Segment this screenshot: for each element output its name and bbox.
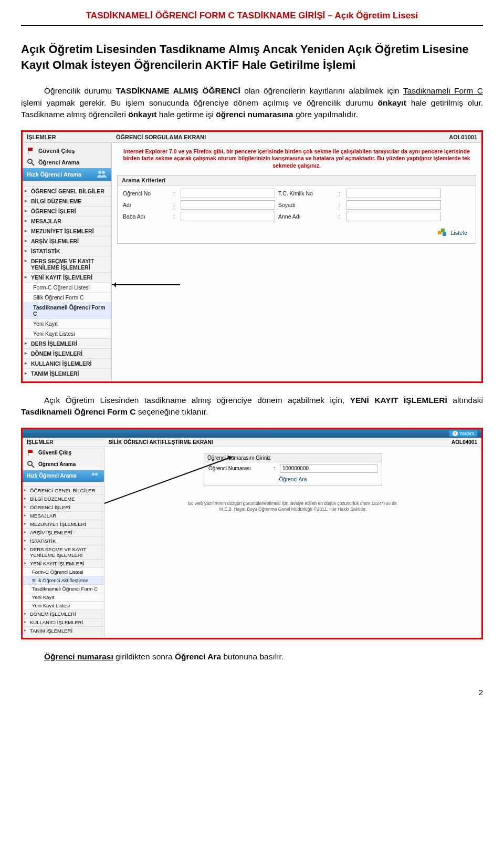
help-icon: ? xyxy=(453,431,458,436)
sidebar-item[interactable]: DERS SEÇME VE KAYIT YENİLEME İŞLEMLERİ xyxy=(23,545,104,559)
input-ogrenci-no[interactable] xyxy=(181,189,275,198)
sidebar-sub-tasdiknameli[interactable]: Tasdiknameli Öğrenci Form C xyxy=(23,302,111,318)
sidebar-item[interactable]: TANIM İŞLEMLERİ xyxy=(23,368,111,378)
search-link[interactable]: Öğrenci Arama xyxy=(23,459,104,470)
label-tc: T.C. Kimlik No xyxy=(278,190,336,197)
svg-point-4 xyxy=(98,171,101,174)
svg-point-16 xyxy=(95,472,98,475)
svg-point-2 xyxy=(28,159,32,163)
svg-rect-11 xyxy=(28,450,33,453)
svg-rect-6 xyxy=(438,231,442,234)
sidebar-item-yenikayt[interactable]: YENİ KAYIT İŞLEMLERİ xyxy=(23,272,111,282)
sidebar-item[interactable]: BİLGİ DÜZENLEME xyxy=(23,494,104,503)
text: olan öğrencilerin kayıtlarını alabilmek … xyxy=(240,86,403,95)
sidebar-item[interactable]: TANIM İŞLEMLERİ xyxy=(23,626,104,635)
sidebar-item[interactable]: MEZUNİYET İŞLEMLERİ xyxy=(23,226,111,236)
input-adi[interactable] xyxy=(181,200,275,210)
listele-label: Listele xyxy=(450,230,467,236)
input-soyadi[interactable] xyxy=(346,200,441,210)
sidebar-item[interactable]: KULLANICI İŞLEMLERİ xyxy=(23,358,111,368)
input-ogrenci-numarasi[interactable] xyxy=(280,464,377,473)
sidebar-item[interactable]: KULLANICI İŞLEMLERİ xyxy=(23,618,104,626)
sidebar-item[interactable]: ÖĞRENCİ İŞLERİ xyxy=(23,206,111,216)
titlebar: ? Yardım xyxy=(23,429,481,438)
text: altındaki xyxy=(447,396,483,405)
search-label: Öğrenci Arama xyxy=(38,159,79,166)
logout-link[interactable]: Güvenli Çıkış xyxy=(23,145,111,157)
text: girildikten sonra xyxy=(113,652,175,661)
text-bold: Tasdiknameli Öğrenci Form C xyxy=(21,407,136,416)
topbar-islemler: İŞLEMLER xyxy=(23,438,104,447)
label-ogrenci-numarasi: Öğrenci Numarası xyxy=(208,466,271,471)
sidebar: Güvenli Çıkış Öğrenci Arama Hızlı Öğrenc… xyxy=(23,143,112,381)
page-number: 2 xyxy=(21,672,483,697)
sidebar-item[interactable]: BİLGİ DÜZENLEME xyxy=(23,196,111,206)
svg-point-15 xyxy=(92,472,94,475)
text-bold: önkayıt xyxy=(378,98,406,107)
sidebar-item[interactable]: ARŞİV İŞLEMLERİ xyxy=(23,236,111,246)
input-anne[interactable] xyxy=(346,212,441,221)
sidebar-item[interactable]: İSTATİSTİK xyxy=(23,536,104,545)
sidebar-item[interactable]: DERS İŞLEMLERİ xyxy=(23,338,111,348)
svg-point-13 xyxy=(28,461,32,466)
sidebar-sub[interactable]: Yeni Kayıt xyxy=(23,593,104,601)
header-divider xyxy=(21,25,483,26)
sidebar-sub[interactable]: Silik Öğrenci Aktifleştirme xyxy=(23,576,104,584)
topbar-islemler: İŞLEMLER xyxy=(23,132,112,142)
help-button[interactable]: ? Yardım xyxy=(449,430,477,437)
logout-label: Güvenli Çıkış xyxy=(38,450,71,456)
sidebar-item[interactable]: ÖĞRENCİ GENEL BİLGİLER xyxy=(23,186,111,196)
sidebar-sub[interactable]: Silik Öğrenci Form C xyxy=(23,292,111,302)
sidebar-item[interactable]: DERS SEÇME VE KAYIT YENİLEME İŞLEMLERİ xyxy=(23,256,111,272)
svg-rect-8 xyxy=(443,232,446,236)
help-label: Yardım xyxy=(459,431,474,436)
svg-line-14 xyxy=(32,465,34,468)
listele-button[interactable]: Listele xyxy=(437,228,467,238)
topbar-code: AOL01001 xyxy=(445,132,481,142)
sidebar-sub[interactable]: Yeni Kayıt Listesi xyxy=(23,601,104,609)
label-baba: Baba Adı xyxy=(123,213,170,220)
sidebar-sub[interactable]: Form-C Öğrenci Listesi xyxy=(23,282,111,292)
search-link[interactable]: Öğrenci Arama xyxy=(23,157,111,168)
logout-label: Güvenli Çıkış xyxy=(38,148,75,154)
label-adi: Adı xyxy=(123,202,170,208)
paragraph-3: Öğrenci numarası girildikten sonra Öğren… xyxy=(21,651,483,663)
input-tc[interactable] xyxy=(346,189,441,198)
quick-search-label: Hızlı Öğrenci Arama xyxy=(27,473,77,479)
topbar-code: AOL04001 xyxy=(447,438,481,447)
quick-search-label: Hızlı Öğrenci Arama xyxy=(27,171,81,178)
logout-link[interactable]: Güvenli Çıkış xyxy=(23,447,104,459)
criteria-box: Arama Kriterleri Öğrenci No: T.C. Kimlik… xyxy=(117,175,476,244)
text-bold-underline: Öğrenci numarası xyxy=(44,652,113,661)
sidebar-item[interactable]: DÖNEM İŞLEMLERİ xyxy=(23,348,111,358)
sidebar-item-yenikayt[interactable]: YENİ KAYIT İŞLEMLERİ xyxy=(23,559,104,567)
page-title: Açık Öğretim Lisesinden Tasdikname Almış… xyxy=(21,42,483,73)
text: Açık Öğretim Lisesinden tasdikname almış… xyxy=(44,396,350,405)
label-ogrenci-no: Öğrenci No xyxy=(123,190,170,197)
sidebar-item[interactable]: MESAJLAR xyxy=(23,511,104,520)
sidebar-item[interactable]: ÖĞRENCİ İŞLERİ xyxy=(23,503,104,511)
main-panel: Öğrenci Numarasını Giriniz Öğrenci Numar… xyxy=(104,447,481,638)
sidebar-item[interactable]: İSTATİSTİK xyxy=(23,246,111,256)
ogrenci-ara-button[interactable]: Öğrenci Ara xyxy=(204,475,382,485)
footer-text: Bu web yazılımının düzgün görüntülenebil… xyxy=(111,486,475,514)
sidebar-sub-tasdiknameli[interactable]: Tasdiknameli Öğrenci Form C xyxy=(23,584,104,593)
sidebar-item[interactable]: DÖNEM İŞLEMLERİ xyxy=(23,609,104,618)
annotation-arrow xyxy=(112,284,180,285)
sidebar-sub[interactable]: Yeni Kayıt xyxy=(23,318,111,328)
label-anne: Anne Adı xyxy=(278,213,336,220)
cube-icon xyxy=(437,228,447,238)
users-icon xyxy=(90,472,100,480)
search-label: Öğrenci Arama xyxy=(38,461,76,467)
paragraph-1: Öğrencilik durumu TASDİKNAME ALMIŞ ÖĞREN… xyxy=(21,85,483,120)
sidebar-item[interactable]: ÖĞRENCİ GENEL BİLGİLER xyxy=(23,486,104,494)
sidebar: Güvenli Çıkış Öğrenci Arama Hızlı Öğrenc… xyxy=(23,447,104,638)
text: seçeneğine tıklanır. xyxy=(136,407,208,416)
sidebar-item[interactable]: ARŞİV İŞLEMLERİ xyxy=(23,528,104,536)
sidebar-sub[interactable]: Form-C Öğrenci Listesi xyxy=(23,567,104,576)
sidebar-item[interactable]: MEZUNİYET İŞLEMLERİ xyxy=(23,520,104,528)
input-baba[interactable] xyxy=(181,212,275,221)
sidebar-item[interactable]: MESAJLAR xyxy=(23,216,111,226)
sidebar-sub[interactable]: Yeni Kayıt Listesi xyxy=(23,328,111,338)
text-underline: Tasdiknameli Form C xyxy=(403,86,483,95)
